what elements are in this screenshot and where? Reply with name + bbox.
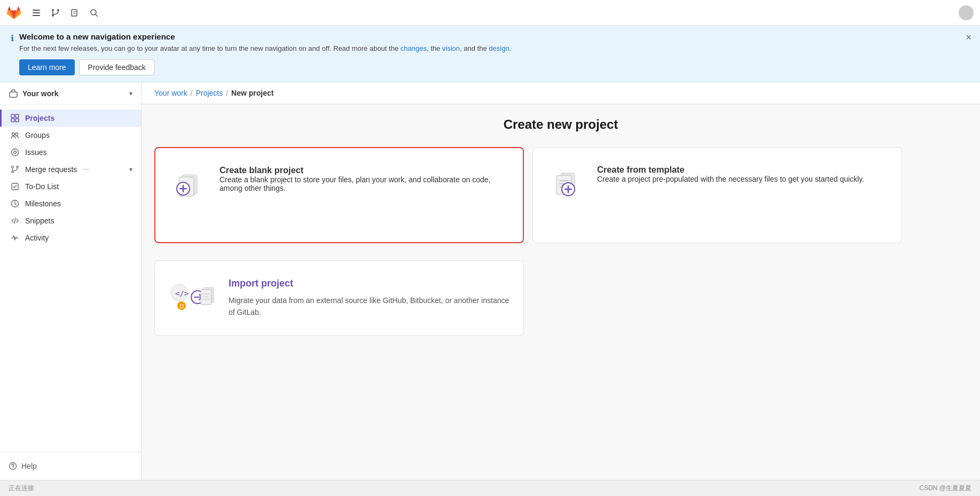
template-icon	[546, 165, 584, 203]
svg-rect-0	[33, 10, 40, 11]
blank-project-desc: Create a blank project to store your fil…	[219, 175, 510, 192]
breadcrumb-sep-2: /	[226, 89, 228, 97]
svg-point-15	[12, 149, 19, 156]
svg-rect-20	[12, 183, 18, 190]
gitlab-logo	[6, 5, 21, 20]
provide-feedback-button[interactable]: Provide feedback	[79, 59, 155, 75]
template-title: Create from template	[597, 165, 864, 175]
todo-icon	[10, 182, 20, 191]
notification-banner: ℹ Welcome to a new navigation experience…	[0, 26, 980, 82]
import-desc: Migrate your data from an external sourc…	[229, 294, 511, 319]
changes-link[interactable]: changes	[401, 44, 427, 52]
issues-icon	[10, 148, 20, 157]
milestones-label: Milestones	[25, 199, 61, 208]
import-title: Import project	[229, 278, 511, 289]
notification-actions: Learn more Provide feedback	[19, 59, 969, 75]
cards-grid: Create blank project Create a blank proj…	[154, 147, 902, 336]
sidebar-icon	[32, 8, 41, 18]
breadcrumb-your-work[interactable]: Your work	[154, 89, 187, 97]
merge-requests-icon	[10, 165, 20, 174]
chevron-down-icon: ▾	[129, 90, 132, 97]
blank-project-content: Create blank project Create a blank proj…	[219, 165, 510, 192]
svg-rect-2	[33, 15, 40, 16]
breadcrumb-projects[interactable]: Projects	[196, 89, 223, 97]
sidebar-item-issues[interactable]: Issues	[0, 144, 141, 161]
sidebar-header-left: Your work	[9, 89, 58, 98]
top-bar-icons	[28, 4, 103, 21]
bottom-bar: 正在连接 CSDN @生夏夏夏	[0, 480, 980, 496]
merge-requests-label: Merge requests	[25, 165, 77, 174]
svg-point-17	[12, 166, 14, 168]
svg-rect-8	[10, 92, 17, 97]
import-project-card[interactable]: </> D	[154, 260, 524, 336]
breadcrumb-current: New project	[231, 89, 273, 97]
sidebar-item-todo[interactable]: To-Do List	[0, 178, 141, 195]
milestones-icon	[10, 199, 20, 208]
projects-label: Projects	[25, 114, 54, 122]
briefcase-icon	[9, 89, 18, 98]
content-area: Your work / Projects / New project Creat…	[142, 82, 980, 480]
blank-project-icon	[168, 165, 207, 204]
merge-requests-chevron: ▾	[129, 166, 132, 173]
sidebar-bottom: Help	[0, 452, 141, 480]
sidebar-item-merge-requests[interactable]: Merge requests ▾	[0, 161, 141, 178]
activity-icon	[10, 234, 20, 242]
notification-title: Welcome to a new navigation experience	[19, 32, 969, 41]
sidebar-nav: Projects Groups Issues	[0, 105, 141, 452]
sidebar: Your work ▾ Projects	[0, 82, 142, 480]
issues-label: Issues	[25, 148, 46, 157]
svg-point-13	[12, 133, 15, 135]
vision-link[interactable]: vision	[442, 44, 460, 52]
design-link[interactable]: design	[489, 44, 509, 52]
svg-rect-12	[15, 119, 19, 122]
import-icon: </> D	[168, 278, 216, 316]
snippets-label: Snippets	[25, 216, 54, 225]
help-label: Help	[21, 462, 37, 470]
svg-point-16	[14, 151, 17, 153]
svg-rect-1	[33, 12, 40, 13]
merge-requests-badge	[82, 169, 89, 170]
learn-more-button[interactable]: Learn more	[19, 59, 75, 75]
svg-text:D: D	[180, 303, 184, 309]
compose-button[interactable]	[66, 4, 83, 21]
todo-label: To-Do List	[25, 182, 59, 191]
breadcrumb: Your work / Projects / New project	[142, 82, 980, 104]
breadcrumb-sep-1: /	[191, 89, 193, 97]
notification-body: For the next few releases, you can go to…	[19, 43, 969, 54]
merge-request-button[interactable]	[47, 4, 64, 21]
svg-point-3	[52, 9, 54, 11]
search-button[interactable]	[85, 4, 103, 21]
template-desc: Create a project pre-populated with the …	[597, 175, 864, 183]
svg-rect-9	[11, 114, 14, 118]
svg-rect-11	[11, 119, 14, 122]
sidebar-item-projects[interactable]: Projects	[0, 110, 141, 127]
notification-content: Welcome to a new navigation experience F…	[19, 32, 969, 75]
import-content: Import project Migrate your data from an…	[229, 278, 511, 319]
sidebar-header-label: Your work	[22, 89, 58, 98]
merge-icon	[51, 8, 60, 18]
sidebar-toggle-button[interactable]	[28, 4, 45, 21]
sidebar-item-activity[interactable]: Activity	[0, 229, 141, 246]
sidebar-item-milestones[interactable]: Milestones	[0, 195, 141, 212]
status-left: 正在连接	[9, 484, 34, 493]
svg-rect-6	[72, 10, 77, 16]
snippets-icon	[10, 216, 20, 225]
status-right: CSDN @生夏夏夏	[919, 484, 971, 493]
user-avatar[interactable]	[959, 5, 974, 20]
template-card[interactable]: Create from template Create a project pr…	[532, 147, 902, 243]
template-content: Create from template Create a project pr…	[597, 165, 864, 183]
blank-project-card[interactable]: Create blank project Create a blank proj…	[154, 147, 524, 243]
svg-point-23	[13, 468, 13, 468]
groups-label: Groups	[25, 131, 50, 140]
svg-rect-10	[15, 114, 19, 118]
edit-icon	[70, 8, 80, 18]
sidebar-item-groups[interactable]: Groups	[0, 127, 141, 144]
sidebar-item-snippets[interactable]: Snippets	[0, 212, 141, 229]
projects-icon	[10, 114, 20, 122]
activity-label: Activity	[25, 234, 49, 242]
notification-close-button[interactable]: ×	[966, 32, 971, 43]
page-title: Create new project	[154, 117, 967, 132]
help-item[interactable]: Help	[9, 459, 132, 474]
sidebar-header[interactable]: Your work ▾	[0, 82, 141, 105]
main-layout: Your work ▾ Projects	[0, 82, 980, 480]
